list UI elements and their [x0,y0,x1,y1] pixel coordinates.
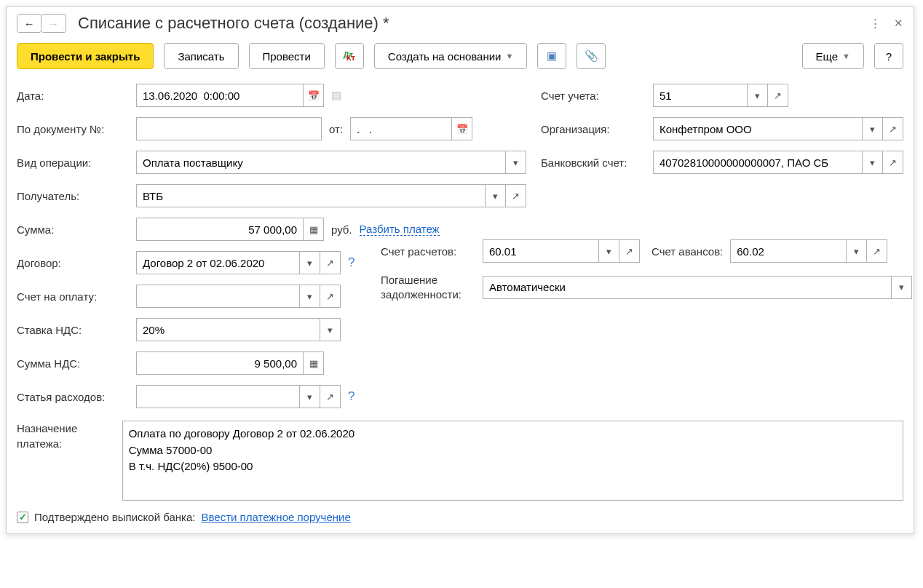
expense-open[interactable]: ↗ [320,385,341,408]
vatamount-label: Сумма НДС: [17,357,133,370]
print-icon[interactable]: ▤ [331,89,341,102]
post-button[interactable]: Провести [249,43,325,69]
open-icon: ↗ [326,392,334,402]
open-icon: ↗ [889,157,897,168]
chevron-down-icon: ▾ [328,325,333,335]
chevron-down-icon: ▼ [842,52,850,60]
confirmed-label: Подтверждено выпиской банка: [34,511,195,523]
kebab-menu-icon[interactable]: ⋮ [870,17,881,30]
date-label: Дата: [17,90,133,102]
dtkt-button[interactable]: ДтКт [335,43,364,69]
bankacc-open[interactable]: ↗ [883,151,903,174]
docno-input[interactable] [136,117,322,140]
calendar-icon: 📅 [456,124,468,135]
expense-help[interactable]: ? [348,389,354,404]
open-icon: ↗ [774,90,782,101]
account-label: Счет учета: [541,90,650,102]
split-payment-link[interactable]: Разбить платеж [360,223,440,236]
open-icon: ↗ [326,258,334,269]
amount-input[interactable] [136,218,304,241]
invoice-dropdown[interactable]: ▾ [300,285,320,308]
expense-label: Статья расходов: [17,391,133,403]
debt-dropdown[interactable]: ▾ [892,276,912,299]
chevron-down-icon: ▾ [493,191,498,202]
structure-button[interactable]: ▣ [537,43,566,69]
settlement-dropdown[interactable]: ▾ [599,239,619,263]
org-open[interactable]: ↗ [883,117,903,140]
invoice-open[interactable]: ↗ [320,285,341,308]
expense-input[interactable] [136,385,300,408]
contract-help[interactable]: ? [348,255,354,270]
open-icon: ↗ [873,246,881,257]
debt-label: Погашение задолженности: [381,273,475,301]
contract-dropdown[interactable]: ▾ [300,251,320,274]
advance-input[interactable] [730,239,847,263]
optype-dropdown[interactable]: ▾ [506,151,526,174]
arrow-left-icon: ← [24,17,35,30]
paperclip-icon: 📎 [585,49,598,63]
account-input[interactable] [653,84,748,107]
chevron-down-icon: ▾ [870,124,875,135]
advance-dropdown[interactable]: ▾ [847,239,867,263]
contract-input[interactable] [136,251,300,274]
advance-label: Счет авансов: [651,245,723,258]
invoice-input[interactable] [136,285,300,308]
purpose-textarea[interactable] [122,421,903,501]
recipient-dropdown[interactable]: ▾ [486,184,506,207]
optype-label: Вид операции: [17,156,133,169]
confirmed-checkbox[interactable]: ✓ [17,512,28,523]
post-close-button[interactable]: Провести и закрыть [17,43,154,69]
amount-label: Сумма: [17,223,133,236]
from-label: от: [329,123,343,135]
vatamount-input[interactable] [136,351,304,375]
chevron-down-icon: ▼ [505,52,513,60]
vatrate-label: Ставка НДС: [17,324,133,336]
settlement-input[interactable] [483,239,599,263]
enter-payment-order-link[interactable]: Ввести платежное поручение [201,511,350,523]
bankacc-dropdown[interactable]: ▾ [863,151,883,174]
account-open[interactable]: ↗ [768,84,788,107]
org-label: Организация: [541,123,650,135]
calculator-button[interactable]: ▦ [304,218,324,241]
open-icon: ↗ [625,246,633,257]
contract-open[interactable]: ↗ [320,251,341,274]
close-icon[interactable]: ✕ [894,17,903,30]
attachment-button[interactable]: 📎 [577,43,606,69]
chevron-down-icon: ▾ [606,246,611,257]
recipient-open[interactable]: ↗ [506,184,526,207]
bankacc-label: Банковский счет: [541,156,650,169]
vat-calculator-button[interactable]: ▦ [304,351,324,375]
calculator-icon: ▦ [309,224,318,235]
org-dropdown[interactable]: ▾ [863,117,883,140]
invoice-label: Счет на оплату: [17,290,133,303]
save-button[interactable]: Записать [164,43,238,69]
open-icon: ↗ [889,124,897,135]
from-date-input[interactable] [350,117,452,140]
from-calendar-button[interactable]: 📅 [452,117,472,140]
account-dropdown[interactable]: ▾ [748,84,768,107]
chevron-down-icon: ▾ [854,246,859,257]
chevron-down-icon: ▾ [755,90,760,101]
more-button[interactable]: Еще ▼ [802,43,864,69]
nav-back-button[interactable]: ← [17,14,41,33]
create-based-button[interactable]: Создать на основании ▼ [374,43,528,69]
nav-forward-button[interactable]: → [41,14,66,33]
chevron-down-icon: ▾ [870,157,875,168]
date-input[interactable] [136,84,304,107]
recipient-input[interactable] [136,184,486,207]
settlement-open[interactable]: ↗ [619,239,640,263]
debt-input[interactable] [483,276,892,299]
arrow-right-icon: → [48,17,59,30]
vatrate-input[interactable] [136,318,320,341]
vatrate-dropdown[interactable]: ▾ [320,318,341,341]
expense-dropdown[interactable]: ▾ [300,385,320,408]
bankacc-input[interactable] [653,151,863,174]
advance-open[interactable]: ↗ [867,239,887,263]
help-button[interactable]: ? [874,43,903,69]
optype-input[interactable] [136,151,506,174]
open-icon: ↗ [326,291,334,302]
recipient-label: Получатель: [17,190,133,202]
hierarchy-icon: ▣ [547,49,557,63]
calendar-button[interactable]: 📅 [304,84,324,107]
org-input[interactable] [653,117,863,140]
